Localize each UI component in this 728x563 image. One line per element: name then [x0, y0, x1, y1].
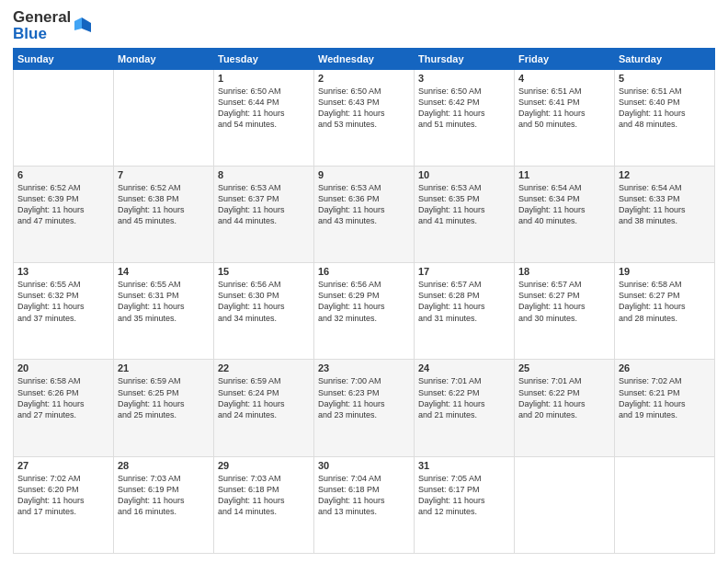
week-row-4: 27Sunrise: 7:02 AM Sunset: 6:20 PM Dayli…: [14, 456, 715, 553]
calendar-cell: 18Sunrise: 6:57 AM Sunset: 6:27 PM Dayli…: [515, 263, 615, 360]
calendar-cell: 31Sunrise: 7:05 AM Sunset: 6:17 PM Dayli…: [415, 456, 515, 553]
calendar-cell: 23Sunrise: 7:00 AM Sunset: 6:23 PM Dayli…: [314, 360, 415, 456]
day-number: 9: [318, 169, 410, 180]
day-number: 27: [17, 460, 109, 471]
calendar-cell: 24Sunrise: 7:01 AM Sunset: 6:22 PM Dayli…: [415, 360, 515, 456]
logo-general-text: General: [13, 9, 71, 26]
week-row-2: 13Sunrise: 6:55 AM Sunset: 6:32 PM Dayli…: [14, 263, 715, 360]
cell-content: Sunrise: 7:03 AM Sunset: 6:19 PM Dayligh…: [118, 473, 210, 518]
cell-content: Sunrise: 7:00 AM Sunset: 6:23 PM Dayligh…: [318, 375, 410, 420]
header-row: SundayMondayTuesdayWednesdayThursdayFrid…: [14, 48, 715, 69]
cell-content: Sunrise: 7:04 AM Sunset: 6:18 PM Dayligh…: [318, 473, 410, 518]
calendar-cell: 7Sunrise: 6:52 AM Sunset: 6:38 PM Daylig…: [114, 166, 214, 262]
day-number: 4: [518, 73, 610, 84]
cell-content: Sunrise: 6:57 AM Sunset: 6:27 PM Dayligh…: [518, 279, 610, 324]
calendar-cell: 6Sunrise: 6:52 AM Sunset: 6:39 PM Daylig…: [14, 166, 114, 262]
day-number: 24: [418, 362, 510, 373]
calendar-cell: 21Sunrise: 6:59 AM Sunset: 6:25 PM Dayli…: [114, 360, 214, 456]
svg-marker-0: [82, 17, 91, 32]
day-number: 15: [218, 266, 310, 277]
calendar-cell: 28Sunrise: 7:03 AM Sunset: 6:19 PM Dayli…: [114, 456, 214, 553]
day-number: 11: [518, 169, 610, 180]
day-number: 1: [218, 73, 310, 84]
calendar-cell: [114, 69, 214, 166]
calendar-cell: 20Sunrise: 6:58 AM Sunset: 6:26 PM Dayli…: [14, 360, 114, 456]
logo-blue-text: Blue: [13, 26, 71, 42]
day-number: 13: [17, 266, 109, 277]
calendar-cell: 8Sunrise: 6:53 AM Sunset: 6:37 PM Daylig…: [214, 166, 314, 262]
cell-content: Sunrise: 6:52 AM Sunset: 6:39 PM Dayligh…: [17, 182, 109, 227]
cell-content: Sunrise: 6:58 AM Sunset: 6:26 PM Dayligh…: [17, 375, 109, 420]
calendar-cell: 1Sunrise: 6:50 AM Sunset: 6:44 PM Daylig…: [214, 69, 314, 166]
day-header-tuesday: Tuesday: [214, 48, 314, 69]
day-number: 20: [17, 362, 109, 373]
day-number: 25: [518, 362, 610, 373]
day-number: 12: [619, 169, 711, 180]
cell-content: Sunrise: 6:56 AM Sunset: 6:29 PM Dayligh…: [318, 279, 410, 324]
day-header-friday: Friday: [515, 48, 615, 69]
calendar-cell: 11Sunrise: 6:54 AM Sunset: 6:34 PM Dayli…: [515, 166, 615, 262]
day-number: 10: [418, 169, 510, 180]
cell-content: Sunrise: 6:53 AM Sunset: 6:35 PM Dayligh…: [418, 182, 510, 227]
day-header-wednesday: Wednesday: [314, 48, 415, 69]
day-header-sunday: Sunday: [14, 48, 114, 69]
page: General Blue SundayMondayTuesdayWednesda…: [0, 0, 728, 563]
day-number: 22: [218, 362, 310, 373]
day-header-saturday: Saturday: [615, 48, 715, 69]
calendar-cell: 16Sunrise: 6:56 AM Sunset: 6:29 PM Dayli…: [314, 263, 415, 360]
cell-content: Sunrise: 6:53 AM Sunset: 6:37 PM Dayligh…: [218, 182, 310, 227]
calendar-cell: [615, 456, 715, 553]
calendar-cell: 22Sunrise: 6:59 AM Sunset: 6:24 PM Dayli…: [214, 360, 314, 456]
cell-content: Sunrise: 7:05 AM Sunset: 6:17 PM Dayligh…: [418, 473, 510, 518]
day-number: 19: [619, 266, 711, 277]
cell-content: Sunrise: 6:51 AM Sunset: 6:40 PM Dayligh…: [619, 86, 711, 131]
calendar-cell: 13Sunrise: 6:55 AM Sunset: 6:32 PM Dayli…: [14, 263, 114, 360]
calendar-cell: [14, 69, 114, 166]
calendar-cell: 9Sunrise: 6:53 AM Sunset: 6:36 PM Daylig…: [314, 166, 415, 262]
cell-content: Sunrise: 6:50 AM Sunset: 6:43 PM Dayligh…: [318, 86, 410, 131]
calendar-cell: 12Sunrise: 6:54 AM Sunset: 6:33 PM Dayli…: [615, 166, 715, 262]
calendar-cell: 3Sunrise: 6:50 AM Sunset: 6:42 PM Daylig…: [415, 69, 515, 166]
day-number: 2: [318, 73, 410, 84]
cell-content: Sunrise: 6:55 AM Sunset: 6:31 PM Dayligh…: [118, 279, 210, 324]
day-number: 17: [418, 266, 510, 277]
day-number: 23: [318, 362, 410, 373]
cell-content: Sunrise: 6:54 AM Sunset: 6:33 PM Dayligh…: [619, 182, 711, 227]
week-row-0: 1Sunrise: 6:50 AM Sunset: 6:44 PM Daylig…: [14, 69, 715, 166]
day-number: 28: [118, 460, 210, 471]
day-number: 26: [619, 362, 711, 373]
cell-content: Sunrise: 7:01 AM Sunset: 6:22 PM Dayligh…: [518, 375, 610, 420]
day-number: 29: [218, 460, 310, 471]
calendar-cell: 27Sunrise: 7:02 AM Sunset: 6:20 PM Dayli…: [14, 456, 114, 553]
day-number: 14: [118, 266, 210, 277]
calendar-cell: 5Sunrise: 6:51 AM Sunset: 6:40 PM Daylig…: [615, 69, 715, 166]
day-number: 7: [118, 169, 210, 180]
calendar-cell: 10Sunrise: 6:53 AM Sunset: 6:35 PM Dayli…: [415, 166, 515, 262]
header: General Blue: [13, 9, 715, 42]
day-number: 31: [418, 460, 510, 471]
cell-content: Sunrise: 6:50 AM Sunset: 6:42 PM Dayligh…: [418, 86, 510, 131]
day-number: 6: [17, 169, 109, 180]
calendar-cell: 2Sunrise: 6:50 AM Sunset: 6:43 PM Daylig…: [314, 69, 415, 166]
calendar-cell: 30Sunrise: 7:04 AM Sunset: 6:18 PM Dayli…: [314, 456, 415, 553]
calendar-cell: 4Sunrise: 6:51 AM Sunset: 6:41 PM Daylig…: [515, 69, 615, 166]
cell-content: Sunrise: 6:53 AM Sunset: 6:36 PM Dayligh…: [318, 182, 410, 227]
svg-marker-1: [74, 17, 82, 30]
cell-content: Sunrise: 6:52 AM Sunset: 6:38 PM Dayligh…: [118, 182, 210, 227]
calendar-cell: 25Sunrise: 7:01 AM Sunset: 6:22 PM Dayli…: [515, 360, 615, 456]
calendar-cell: [515, 456, 615, 553]
calendar-cell: 17Sunrise: 6:57 AM Sunset: 6:28 PM Dayli…: [415, 263, 515, 360]
logo: General Blue: [13, 9, 93, 42]
calendar-cell: 14Sunrise: 6:55 AM Sunset: 6:31 PM Dayli…: [114, 263, 214, 360]
day-header-thursday: Thursday: [415, 48, 515, 69]
cell-content: Sunrise: 7:01 AM Sunset: 6:22 PM Dayligh…: [418, 375, 510, 420]
cell-content: Sunrise: 6:54 AM Sunset: 6:34 PM Dayligh…: [518, 182, 610, 227]
cell-content: Sunrise: 6:57 AM Sunset: 6:28 PM Dayligh…: [418, 279, 510, 324]
cell-content: Sunrise: 6:50 AM Sunset: 6:44 PM Dayligh…: [218, 86, 310, 131]
week-row-1: 6Sunrise: 6:52 AM Sunset: 6:39 PM Daylig…: [14, 166, 715, 262]
day-number: 21: [118, 362, 210, 373]
cell-content: Sunrise: 6:58 AM Sunset: 6:27 PM Dayligh…: [619, 279, 711, 324]
calendar-cell: 26Sunrise: 7:02 AM Sunset: 6:21 PM Dayli…: [615, 360, 715, 456]
calendar-table: SundayMondayTuesdayWednesdayThursdayFrid…: [13, 48, 715, 554]
calendar-cell: 15Sunrise: 6:56 AM Sunset: 6:30 PM Dayli…: [214, 263, 314, 360]
